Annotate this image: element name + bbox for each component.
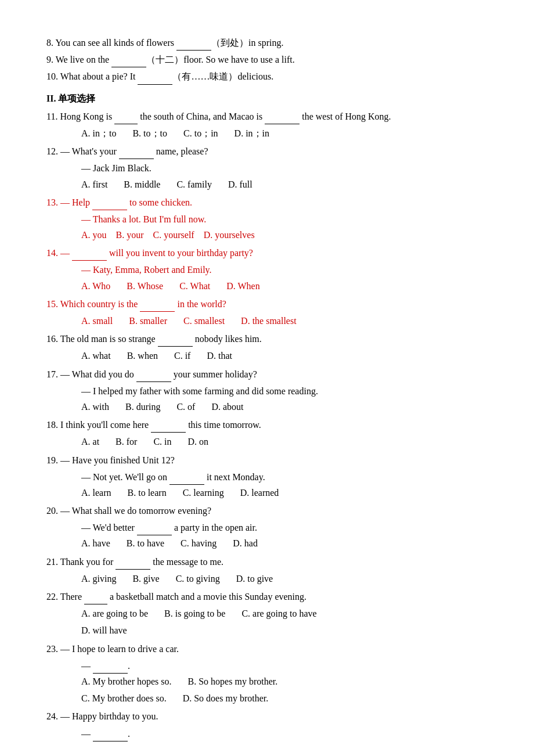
q24-q2: — . bbox=[81, 726, 488, 741]
q15-q1: 15. Which country is the in the world? bbox=[46, 296, 488, 312]
q14-options: A. Who B. Whose C. What D. When bbox=[81, 278, 488, 294]
q8-text: 8. You can see all kinds of flowers （到处）… bbox=[46, 38, 283, 48]
q10-text: 10. What about a pie? It （有……味道）deliciou… bbox=[46, 71, 273, 81]
q19-section: 19. — Have you finished Unit 12? — Not y… bbox=[46, 452, 488, 501]
q8-line: 8. You can see all kinds of flowers （到处）… bbox=[46, 35, 488, 51]
q17-q1: 17. — What did you do your summer holida… bbox=[46, 366, 488, 382]
q12-options: A. first B. middle C. family D. full bbox=[81, 177, 488, 192]
q12-section: 12. — What's your name, please? — Jack J… bbox=[46, 143, 488, 192]
q23-q2: — . bbox=[81, 658, 488, 674]
q21-options: A. giving B. give C. to giving D. to giv… bbox=[81, 571, 488, 586]
q14-q1: 14. — will you invent to your birthday p… bbox=[46, 245, 488, 261]
q9-line: 9. We live on the （十二）floor. So we have … bbox=[46, 52, 488, 67]
q22-options-1: A. are going to be B. is going to be C. … bbox=[81, 606, 488, 621]
q22-options-2: D. will have bbox=[81, 622, 488, 638]
q22-section: 22. There a basketball match and a movie… bbox=[46, 589, 488, 639]
q14-q2: — Katy, Emma, Robert and Emily. bbox=[81, 262, 488, 278]
q24-section: 24. — Happy birthday to you. — . bbox=[46, 708, 488, 741]
section2-title: II. 单项选择 bbox=[46, 91, 488, 106]
q13-q1: 13. — Help to some chicken. bbox=[46, 195, 488, 210]
q17-options: A. with B. during C. of D. about bbox=[81, 399, 488, 415]
q15-section: 15. Which country is the in the world? A… bbox=[46, 296, 488, 329]
q11-section: 11. Hong Kong is the south of China, and… bbox=[46, 109, 488, 141]
q23-options-1: A. My brother hopes so. B. So hopes my b… bbox=[81, 674, 488, 689]
q20-section: 20. — What shall we do tomorrow evening?… bbox=[46, 503, 488, 552]
q18-section: 18. I think you'll come here this time t… bbox=[46, 417, 488, 449]
q13-q2: — Thanks a lot. But I'm full now. bbox=[81, 211, 488, 227]
q13-section: 13. — Help to some chicken. — Thanks a l… bbox=[46, 195, 488, 243]
q20-q1: 20. — What shall we do tomorrow evening? bbox=[46, 503, 488, 519]
q11-question: 11. Hong Kong is the south of China, and… bbox=[46, 109, 488, 124]
q19-q1: 19. — Have you finished Unit 12? bbox=[46, 452, 488, 468]
q21-section: 21. Thank you for the message to me. A. … bbox=[46, 554, 488, 586]
q22-q1: 22. There a basketball match and a movie… bbox=[46, 589, 488, 604]
q18-q1: 18. I think you'll come here this time t… bbox=[46, 417, 488, 433]
q18-options: A. at B. for C. in D. on bbox=[81, 434, 488, 449]
q12-q1: 12. — What's your name, please? bbox=[46, 143, 488, 159]
fill-blank-section: 8. You can see all kinds of flowers （到处）… bbox=[46, 35, 488, 85]
q10-line: 10. What about a pie? It （有……味道）deliciou… bbox=[46, 69, 488, 84]
q23-section: 23. — I hope to learn to drive a car. — … bbox=[46, 641, 488, 707]
q16-section: 16. The old man is so strange nobody lik… bbox=[46, 331, 488, 363]
q15-options: A. small B. smaller C. smallest D. the s… bbox=[81, 313, 488, 329]
q19-options: A. learn B. to learn C. learning D. lear… bbox=[81, 485, 488, 501]
section2-label: II. 单项选择 bbox=[46, 93, 95, 103]
q19-q2: — Not yet. We'll go on it next Monday. bbox=[81, 469, 488, 485]
q16-options: A. what B. when C. if D. that bbox=[81, 348, 488, 363]
q11-options: A. in；to B. to；to C. to；in D. in；in bbox=[81, 125, 488, 141]
q12-q2: — Jack Jim Black. bbox=[81, 160, 488, 176]
q16-q1: 16. The old man is so strange nobody lik… bbox=[46, 331, 488, 347]
q13-options: A. you B. your C. yourself D. yourselves bbox=[81, 227, 488, 243]
q21-q1: 21. Thank you for the message to me. bbox=[46, 554, 488, 570]
q14-section: 14. — will you invent to your birthday p… bbox=[46, 245, 488, 294]
q23-options-2: C. My brother does so. D. So does my bro… bbox=[81, 690, 488, 706]
q23-q1: 23. — I hope to learn to drive a car. bbox=[46, 641, 488, 657]
q20-options: A. have B. to have C. having D. had bbox=[81, 535, 488, 551]
q17-section: 17. — What did you do your summer holida… bbox=[46, 366, 488, 415]
exam-content: 8. You can see all kinds of flowers （到处）… bbox=[46, 35, 488, 741]
q24-q1: 24. — Happy birthday to you. bbox=[46, 708, 488, 724]
q17-q2: — I helped my father with some farming a… bbox=[81, 383, 488, 399]
q20-q2: — We'd better a party in the open air. bbox=[81, 520, 488, 535]
q9-text: 9. We live on the （十二）floor. So we have … bbox=[46, 55, 295, 64]
